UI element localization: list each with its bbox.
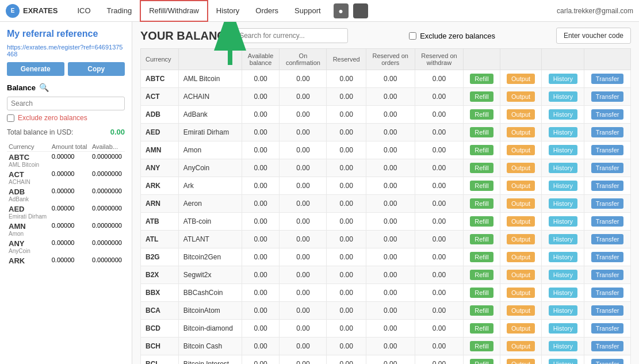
nav-refill-withdraw[interactable]: Refill/Withdraw	[140, 0, 208, 22]
refill-button[interactable]: Refill	[470, 270, 493, 280]
history-button[interactable]: History	[549, 323, 577, 334]
row-on-confirm: 0.00	[280, 320, 327, 338]
row-output-cell: Output	[500, 88, 542, 106]
output-button[interactable]: Output	[507, 163, 535, 173]
generate-button[interactable]: Generate	[7, 62, 64, 76]
row-available: 0.00	[242, 302, 280, 320]
currency-search-input[interactable]	[233, 28, 348, 43]
transfer-button[interactable]: Transfer	[591, 198, 624, 209]
history-button[interactable]: History	[549, 234, 577, 244]
transfer-button[interactable]: Transfer	[591, 163, 624, 173]
history-button[interactable]: History	[549, 163, 577, 173]
history-button[interactable]: History	[549, 305, 577, 316]
transfer-button[interactable]: Transfer	[591, 91, 624, 102]
refill-button[interactable]: Refill	[470, 109, 493, 120]
transfer-button[interactable]: Transfer	[591, 323, 624, 334]
nav-trading[interactable]: Trading	[99, 0, 140, 22]
output-button[interactable]: Output	[507, 252, 535, 262]
exclude-zero-checkbox[interactable]	[7, 114, 14, 122]
nav-history[interactable]: History	[208, 0, 247, 22]
history-button[interactable]: History	[549, 109, 577, 120]
refill-button[interactable]: Refill	[470, 163, 493, 173]
history-button[interactable]: History	[549, 341, 577, 351]
transfer-button[interactable]: Transfer	[591, 288, 624, 298]
transfer-button[interactable]: Transfer	[591, 109, 624, 120]
refill-button[interactable]: Refill	[470, 234, 493, 244]
transfer-button[interactable]: Transfer	[591, 181, 624, 191]
history-button[interactable]: History	[549, 181, 577, 191]
output-button[interactable]: Output	[507, 341, 535, 351]
transfer-button[interactable]: Transfer	[591, 252, 624, 262]
output-button[interactable]: Output	[507, 323, 535, 334]
table-row: BCA BitcoinAtom 0.00 0.00 0.00 0.00 0.00…	[141, 302, 631, 320]
android-icon[interactable]: ●	[334, 3, 349, 18]
row-on-confirm: 0.00	[280, 124, 327, 141]
output-button[interactable]: Output	[507, 74, 535, 84]
nav-ico[interactable]: ICO	[69, 0, 98, 22]
sidebar-available-cell: 0.0000000	[90, 221, 125, 238]
balance-table: Currency Availablebalance Onconfirmation…	[140, 48, 631, 364]
transfer-button[interactable]: Transfer	[591, 234, 624, 244]
refill-button[interactable]: Refill	[470, 359, 493, 364]
history-button[interactable]: History	[549, 270, 577, 280]
exclude-zero-main-checkbox[interactable]	[409, 32, 416, 40]
transfer-button[interactable]: Transfer	[591, 270, 624, 280]
transfer-button[interactable]: Transfer	[591, 216, 624, 227]
history-button[interactable]: History	[549, 145, 577, 155]
refill-button[interactable]: Refill	[470, 198, 493, 209]
row-name: Emirati Dirham	[178, 124, 242, 141]
nav-orders[interactable]: Orders	[247, 0, 286, 22]
history-button[interactable]: History	[549, 91, 577, 102]
refill-button[interactable]: Refill	[470, 91, 493, 102]
output-button[interactable]: Output	[507, 127, 535, 137]
transfer-button[interactable]: Transfer	[591, 341, 624, 351]
copy-button[interactable]: Copy	[68, 62, 125, 76]
balance-search-icon[interactable]: 🔍	[39, 83, 49, 92]
row-res-withdraw: 0.00	[415, 177, 464, 195]
refill-button[interactable]: Refill	[470, 341, 493, 351]
output-button[interactable]: Output	[507, 198, 535, 209]
refill-button[interactable]: Refill	[470, 216, 493, 227]
refill-button[interactable]: Refill	[470, 74, 493, 84]
refill-button[interactable]: Refill	[470, 288, 493, 298]
output-button[interactable]: Output	[507, 305, 535, 316]
history-button[interactable]: History	[549, 288, 577, 298]
refill-button[interactable]: Refill	[470, 252, 493, 262]
nav-support[interactable]: Support	[286, 0, 329, 22]
row-code: B2G	[141, 248, 179, 266]
output-button[interactable]: Output	[507, 270, 535, 280]
output-button[interactable]: Output	[507, 216, 535, 227]
history-button[interactable]: History	[549, 359, 577, 364]
apple-icon[interactable]	[353, 3, 368, 18]
output-button[interactable]: Output	[507, 181, 535, 191]
refill-button[interactable]: Refill	[470, 323, 493, 334]
table-row: BBX BBCashCoin 0.00 0.00 0.00 0.00 0.00 …	[141, 284, 631, 302]
history-button[interactable]: History	[549, 74, 577, 84]
refill-button[interactable]: Refill	[470, 127, 493, 137]
output-button[interactable]: Output	[507, 109, 535, 120]
history-button[interactable]: History	[549, 252, 577, 262]
output-button[interactable]: Output	[507, 145, 535, 155]
sidebar-amount-cell: 0.00000	[50, 221, 90, 238]
history-button[interactable]: History	[549, 198, 577, 209]
row-name: AML Bitcoin	[178, 70, 242, 88]
history-button[interactable]: History	[549, 216, 577, 227]
refill-button[interactable]: Refill	[470, 181, 493, 191]
history-button[interactable]: History	[549, 127, 577, 137]
row-code: ABTC	[141, 70, 179, 88]
transfer-button[interactable]: Transfer	[591, 74, 624, 84]
transfer-button[interactable]: Transfer	[591, 145, 624, 155]
voucher-button[interactable]: Enter voucher code	[556, 28, 631, 44]
row-res-orders: 0.00	[366, 195, 415, 213]
refill-button[interactable]: Refill	[470, 305, 493, 316]
refill-button[interactable]: Refill	[470, 145, 493, 155]
output-button[interactable]: Output	[507, 359, 535, 364]
transfer-button[interactable]: Transfer	[591, 127, 624, 137]
transfer-button[interactable]: Transfer	[591, 305, 624, 316]
transfer-button[interactable]: Transfer	[591, 359, 624, 364]
exclude-label: Exclude zero balances	[18, 114, 87, 122]
output-button[interactable]: Output	[507, 234, 535, 244]
sidebar-search-input[interactable]	[7, 97, 125, 110]
output-button[interactable]: Output	[507, 288, 535, 298]
output-button[interactable]: Output	[507, 91, 535, 102]
